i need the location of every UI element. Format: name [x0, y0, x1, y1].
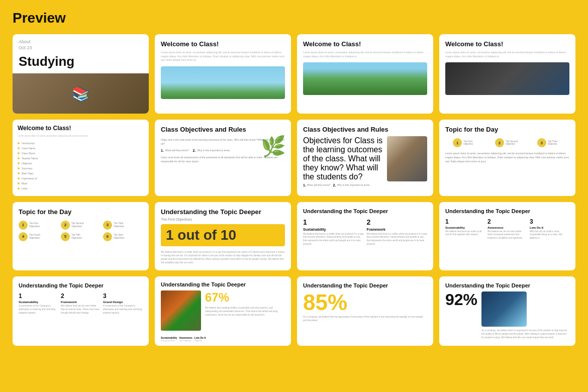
card-welcome-sidebar: Welcome to Class! Lorem ipsum dolor sit …: [13, 120, 149, 195]
deeper-3-item-3-num: 3: [530, 218, 569, 225]
deeper-1-title: Understanding the Topic Deeper: [161, 208, 285, 216]
card-topic-2: Topic for the Day 1 The First Objectives…: [13, 202, 149, 271]
obj2-b1-text: What will they know?: [307, 183, 331, 186]
card-deeper-1: Understanding the Topic Deeper The First…: [155, 202, 291, 271]
topic-1-text: Lorem ipsum dolor sit amet, consectetur …: [445, 151, 569, 163]
topic-circle-1: 1 The First Objective: [453, 138, 477, 147]
obj2-b1-num: 1.: [303, 183, 306, 187]
card-welcome-3: Welcome to Class! Lorem ipsum dolor sit …: [439, 34, 575, 114]
obj1-bullet1-text: What will they know?: [165, 149, 189, 152]
welcome-left-text: Lorem ipsum dolor sit amet consectetur a…: [18, 134, 144, 138]
deeper-3-item-1-text: We believe that food can unite us all an…: [445, 230, 485, 237]
deeper-4-item-2-num: 2: [61, 292, 101, 300]
deeper-67-text: We believe that creating healthy, sustai…: [205, 307, 285, 317]
deeper-3-item-2-text: We believe we can do even better when in…: [487, 230, 527, 240]
deeper-4-item-1-num: 1: [19, 292, 58, 300]
topic-circle-2: 2 The Second Objective: [495, 138, 520, 147]
obj1-bullet1-num: 1.: [161, 149, 164, 152]
studying-meta-label: About: [19, 39, 32, 45]
deeper-3-item-2-num: 2: [487, 218, 527, 225]
topic-label-6-6: The Sixth Objectives: [114, 234, 128, 240]
deeper-67-title: Understanding the Topic Deeper: [161, 281, 285, 287]
topic-circle-1-6: 1 The First Objectives: [19, 221, 58, 230]
deeper-4-item-2: 2 Framework We believe food can be even …: [61, 292, 101, 315]
deeper-3-item-1: 1 Sustainability We believe that food ca…: [445, 218, 485, 240]
welcome-1-title: Welcome to Class!: [161, 40, 285, 48]
topic-badge-3-6: 3: [103, 221, 112, 230]
topic-label-3: The Third Objective: [548, 140, 562, 146]
topic-label-5-6: The Fifth Objectives: [71, 234, 85, 240]
card-studying: About Oct 23 ... Studying 📚: [13, 34, 149, 114]
objectives-1-title: Class Objectives and Rules: [161, 126, 285, 134]
welcome-sidebar-items: Introduction Class Name Class Room Teach…: [18, 141, 144, 191]
deeper-67-image: [161, 290, 201, 331]
topic-badge-4-6: 4: [19, 232, 28, 241]
welcome-3-text: Lorem ipsum dolor sit amet, consectetur …: [445, 51, 569, 58]
topic-circle-6-6: 6 The Sixth Objectives: [103, 232, 143, 241]
card-deeper-92: Understanding the Topic Deeper 92% As a …: [439, 276, 575, 346]
topic-badge-6-6: 6: [103, 232, 112, 241]
welcome-1-image: [161, 66, 285, 99]
deeper-85-title: Understanding the Topic Deeper: [303, 282, 427, 288]
deeper-85-text: As a company, we believe that the opport…: [303, 316, 427, 323]
welcome-left-title: Welcome to Class!: [18, 125, 144, 132]
welcome-3-title: Welcome to Class!: [445, 40, 569, 48]
deeper-3-item-2-title: Awareness: [487, 226, 527, 229]
deeper-92-title: Understanding the Topic Deeper: [445, 282, 569, 288]
deeper-3-item-1-title: Sustainability: [445, 226, 485, 229]
deeper-4-item-1-text: A cornerstone of the Company's philosoph…: [19, 305, 58, 315]
studying-meta-right: ...: [140, 39, 143, 43]
objectives-2-title: Class Objectives and Rules: [303, 126, 427, 133]
welcome-2-image: [303, 62, 427, 95]
deeper-4-item-3: 3 Grand Design A cornerstone of the Comp…: [103, 292, 143, 315]
card-grid: About Oct 23 ... Studying 📚 Welcome to C…: [13, 34, 575, 346]
topic-badge-2-6: 2: [61, 221, 70, 230]
topic-circle-3: 3 The Third Objective: [537, 138, 562, 147]
topic-circle-2-6: 2 The Second Objectives: [61, 221, 101, 230]
card-welcome-1: Welcome to Class! Lorem ipsum dolor sit …: [155, 34, 291, 114]
deeper-92-percent: 92%: [445, 291, 477, 308]
deeper-4-item-3-text: A cornerstone of the Company's philosoph…: [103, 305, 143, 315]
card-objectives-2: Class Objectives and Rules Objectives fo…: [297, 120, 433, 195]
topic-circle-4-6: 4 The Fourth Objectives: [19, 232, 58, 241]
topic-circle-5-6: 5 The Fifth Objectives: [61, 232, 101, 241]
deeper-67-footer-1: Sustainability from grass food: [161, 336, 177, 342]
obj2-b2-num: 2.: [333, 183, 336, 187]
deeper-1-text: We believe that food is a unifier when w…: [161, 250, 285, 265]
deeper-67-footer-2: Awareness from capacity: [179, 336, 192, 342]
deeper-92-text: As a company, we believe that it is impo…: [481, 329, 569, 339]
deeper-2-item-1-text: We believe that food is a unifier when w…: [303, 233, 364, 246]
deeper-3-item-1-num: 1: [445, 218, 485, 225]
topic-label-1-6: The First Objectives: [29, 222, 43, 228]
deeper-4-item-3-num: 3: [103, 292, 143, 300]
studying-image: 📚: [13, 73, 149, 114]
card-welcome-2: Welcome to Class! Lorem ipsum dolor sit …: [297, 34, 433, 114]
deeper-2-item-1: 1 Sustainability We believe that food is…: [303, 218, 364, 246]
obj2-b2-text: Why is this important to know: [337, 183, 369, 186]
deeper-4-item-3-title: Grand Design: [103, 301, 143, 304]
card-deeper-4: Understanding the Topic Deeper 1 Sustain…: [13, 276, 149, 346]
deeper-3-item-2: 2 Awareness We believe we can do even be…: [487, 218, 527, 240]
deeper-2-title: Understanding the Topic Deeper: [303, 208, 427, 214]
topic-2-title: Topic for the Day: [19, 208, 143, 216]
card-topic-1: Topic for the Day 1 The First Objective …: [439, 120, 575, 195]
obj1-bullet2-text: Why is this important to know: [197, 149, 230, 152]
topic-badge-3: 3: [537, 138, 546, 147]
topic-circle-3-6: 3 The Third Objectives: [103, 221, 143, 230]
objectives-2-text: Objectives for Class is the learning out…: [303, 136, 383, 181]
studying-title: Studying: [13, 54, 149, 73]
welcome-1-text: Lorem ipsum dolor sit amet, consectetur …: [161, 51, 285, 62]
topic-label-1: The First Objective: [463, 140, 477, 146]
topic-badge-1-6: 1: [19, 221, 28, 230]
topic-1-title: Topic for the Day: [445, 126, 569, 133]
topic-label-4-6: The Fourth Objectives: [29, 234, 43, 240]
card-deeper-2: Understanding the Topic Deeper 1 Sustain…: [297, 202, 433, 271]
deeper-2-item-1-title: Sustainability: [303, 228, 364, 231]
deeper-4-item-1: 1 Sustainability A cornerstone of the Co…: [19, 292, 58, 315]
deeper-4-item-2-title: Framework: [61, 301, 101, 304]
welcome-2-title: Welcome to Class!: [303, 40, 427, 48]
deeper-3-item-3: 3 Lets Do It With this we can build a mo…: [530, 218, 569, 240]
deeper-2-item-2-text: We believe that food is a unifier when w…: [367, 233, 428, 246]
deeper-85-percent: 85%: [303, 291, 427, 314]
deeper-2-item-1-num: 1: [303, 218, 364, 226]
